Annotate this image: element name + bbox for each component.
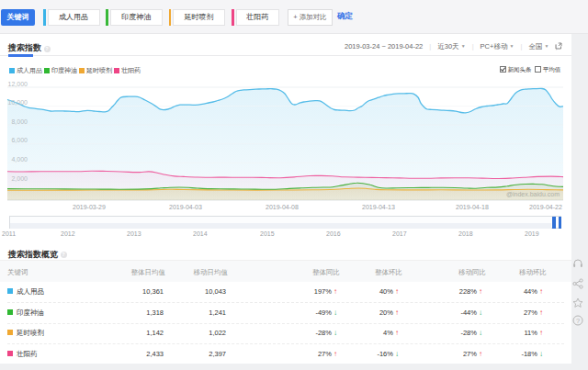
svg-text:?: ?	[576, 317, 580, 325]
svg-text:2,000: 2,000	[11, 175, 28, 182]
svg-text:10,000: 10,000	[8, 99, 28, 106]
svg-text:6,000: 6,000	[11, 137, 28, 143]
svg-text:8,000: 8,000	[11, 118, 28, 125]
svg-text:@index.baidu.com: @index.baidu.com	[506, 191, 560, 197]
svg-text:4,000: 4,000	[11, 156, 28, 163]
svg-text:12,000: 12,000	[8, 81, 28, 87]
